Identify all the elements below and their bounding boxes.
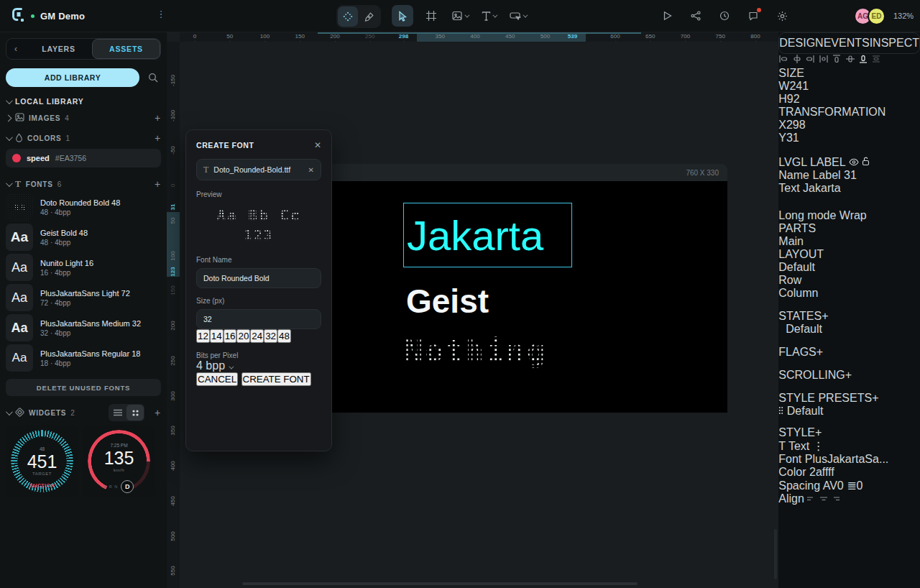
play-preview-button[interactable] xyxy=(658,5,676,27)
line-spacing-field[interactable]: ≣0 xyxy=(847,479,862,492)
layout-option-default[interactable]: Default xyxy=(778,261,920,274)
widget-tool-button[interactable] xyxy=(507,5,528,27)
avatar[interactable]: ED xyxy=(868,7,886,25)
text-tool-button[interactable] xyxy=(478,5,500,27)
align-h-center-icon[interactable] xyxy=(792,54,802,66)
bpp-select[interactable]: 4 bpp xyxy=(196,359,321,372)
distribute-v-icon[interactable] xyxy=(871,54,881,66)
align-bottom-icon[interactable] xyxy=(858,54,868,66)
size-chip-16[interactable]: 16 xyxy=(224,329,237,343)
text-align-center-button[interactable] xyxy=(819,492,828,505)
tab-design[interactable]: DESIGN xyxy=(779,37,823,50)
tab-events[interactable]: EVENTS xyxy=(824,37,870,50)
add-flag-button[interactable]: + xyxy=(816,346,823,358)
canvas-label-jakarta[interactable]: Jakarta xyxy=(404,211,543,259)
add-scrolling-button[interactable]: + xyxy=(845,369,852,381)
font-name-input[interactable]: Doto Rounded Bold xyxy=(196,268,321,288)
add-style-button[interactable]: + xyxy=(815,426,822,438)
text-color-field[interactable]: 2affff xyxy=(809,466,834,478)
size-chip-32[interactable]: 32 xyxy=(264,329,277,343)
unlock-icon[interactable] xyxy=(862,156,870,168)
history-button[interactable] xyxy=(715,5,734,27)
selected-label-bounding-box[interactable]: Jakarta xyxy=(403,203,572,267)
y-field[interactable]: Y31 xyxy=(778,132,920,144)
ai-sparkle-tool-button[interactable] xyxy=(338,6,358,27)
name-input[interactable]: Label 31 xyxy=(812,169,856,181)
distribute-h-icon[interactable] xyxy=(819,54,829,66)
text-tool-chevron-icon[interactable] xyxy=(492,12,497,17)
add-library-button[interactable]: ADD LIBRARY xyxy=(6,68,139,87)
add-style-preset-button[interactable]: + xyxy=(872,392,878,404)
share-button[interactable] xyxy=(686,5,705,27)
size-chip-48[interactable]: 48 xyxy=(277,329,291,343)
size-chip-20[interactable]: 20 xyxy=(236,329,250,343)
long-mode-select[interactable]: Wrap xyxy=(840,209,867,221)
search-icon[interactable] xyxy=(145,70,161,86)
font-asset-item[interactable]: AaPlusJakartaSans Light 7272 · 4bpp xyxy=(6,282,161,313)
drag-handle-icon[interactable] xyxy=(778,405,783,417)
fonts-chevron-icon[interactable] xyxy=(6,180,13,187)
visibility-eye-icon[interactable] xyxy=(849,156,859,168)
size-chip-14[interactable]: 14 xyxy=(210,329,224,343)
state-default[interactable]: Default xyxy=(786,323,920,336)
add-color-button[interactable]: + xyxy=(155,132,161,144)
project-menu-button[interactable]: ⋮ xyxy=(155,9,167,23)
x-field[interactable]: X298 xyxy=(778,119,920,132)
images-chevron-icon[interactable] xyxy=(5,114,12,121)
collapse-sidebar-button[interactable]: ‹ xyxy=(6,44,25,54)
tab-inspect[interactable]: INSPECT xyxy=(870,37,919,50)
widget-card-gauge-451[interactable]: 48 451 TARGET SUCTION xyxy=(6,425,78,497)
grid-view-icon[interactable] xyxy=(126,405,144,421)
frame-tool-button[interactable] xyxy=(420,5,442,27)
tab-layers[interactable]: LAYERS xyxy=(25,39,92,59)
remove-file-icon[interactable]: ✕ xyxy=(308,166,314,174)
image-tool-button[interactable] xyxy=(449,5,471,27)
font-asset-item[interactable]: AaDoto Rounded Bold 4848 · 4bpp xyxy=(6,192,161,222)
align-right-icon[interactable] xyxy=(805,54,815,66)
settings-gear-button[interactable] xyxy=(773,5,791,27)
layout-option-row[interactable]: Row xyxy=(778,274,920,287)
widget-tool-chevron-icon[interactable] xyxy=(523,12,528,17)
font-file-chip[interactable]: T Doto_Rounded-Bold.ttf ✕ xyxy=(196,159,321,180)
align-v-center-icon[interactable] xyxy=(845,54,855,66)
align-left-icon[interactable] xyxy=(778,54,788,66)
add-font-button[interactable]: + xyxy=(155,178,161,190)
create-font-button[interactable]: CREATE FONT xyxy=(242,372,311,386)
font-asset-item[interactable]: AaPlusJakartaSans Regular 1818 · 4bpp xyxy=(6,343,161,373)
widgets-chevron-icon[interactable] xyxy=(6,408,13,415)
select-cursor-tool-button[interactable] xyxy=(392,5,413,27)
image-tool-chevron-icon[interactable] xyxy=(464,12,469,17)
canvas-area[interactable]: 0501001502002502983504004505005396006507… xyxy=(167,32,778,588)
height-field[interactable]: H92 xyxy=(778,93,920,106)
pen-tool-button[interactable] xyxy=(359,6,380,27)
width-field[interactable]: W241 xyxy=(778,80,920,93)
horizontal-scrollbar[interactable] xyxy=(242,582,638,585)
size-chip-12[interactable]: 12 xyxy=(196,329,210,343)
add-state-button[interactable]: + xyxy=(822,310,828,322)
color-asset-speed[interactable]: speed #EA3756 xyxy=(6,149,161,167)
cancel-button[interactable]: CANCEL xyxy=(196,372,238,386)
font-asset-item[interactable]: AaGeist Bold 4848 · 4bpp xyxy=(6,222,161,252)
style-group-menu-icon[interactable]: ⋮ xyxy=(813,440,824,452)
comments-button[interactable] xyxy=(744,5,763,27)
layout-option-column[interactable]: Column xyxy=(778,287,920,300)
canvas-label-geist[interactable]: Geist xyxy=(406,282,489,321)
font-asset-item[interactable]: AaPlusJakartaSans Medium 3232 · 4bpp xyxy=(6,313,161,343)
font-asset-item[interactable]: AaNunito Light 1616 · 4bpp xyxy=(6,252,161,282)
align-top-icon[interactable] xyxy=(832,54,842,66)
letter-spacing-field[interactable]: AV0 xyxy=(823,479,844,492)
add-image-button[interactable]: + xyxy=(155,112,161,124)
font-select[interactable]: PlusJakartaSa... xyxy=(805,453,889,465)
canvas-label-nothing[interactable]: Nothing xyxy=(405,334,547,369)
part-main-chip[interactable]: Main xyxy=(778,235,804,247)
tab-assets[interactable]: ASSETS xyxy=(92,39,160,59)
style-preset-default[interactable]: Default xyxy=(787,405,824,417)
colors-chevron-icon[interactable] xyxy=(6,134,13,141)
modal-close-icon[interactable]: ✕ xyxy=(314,140,321,150)
local-library-chevron-icon[interactable] xyxy=(6,97,13,104)
list-view-icon[interactable] xyxy=(109,405,126,421)
text-align-left-button[interactable] xyxy=(807,492,816,505)
zoom-level[interactable]: 132% xyxy=(893,12,914,20)
add-widget-button[interactable]: + xyxy=(155,407,161,418)
text-align-right-button[interactable] xyxy=(831,492,840,505)
